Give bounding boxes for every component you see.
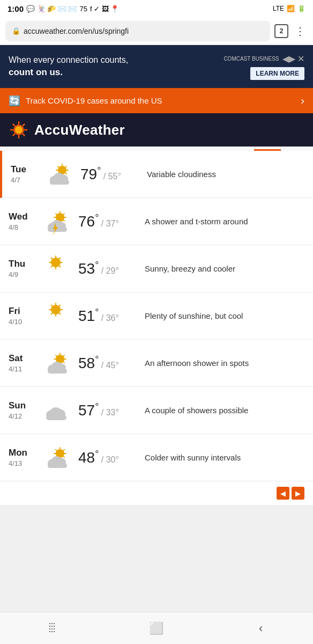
day-column: Tue 4/7 [11,164,43,184]
ad-close-icons[interactable]: ◀▶ ✕ [282,54,304,64]
more-menu-button[interactable]: ⋮ [293,25,308,38]
forecast-row[interactable]: Wed 4/8 76° / 37° A shower and t-storm a… [0,198,313,245]
forecast-row[interactable]: Mon 4/13 48° / 30° Colder with sunny int… [0,434,313,481]
temp-low: / 37° [101,219,119,228]
day-date: 4/7 [11,176,43,184]
covid-text: Track COVID-19 cases around the US [26,96,162,105]
svg-line-62 [63,355,64,357]
lock-icon: 🔒 [12,27,20,35]
svg-line-43 [59,265,61,267]
day-column: Thu 4/9 [9,259,41,279]
weather-description: A couple of showers possible [139,405,304,416]
weather-icon-column [41,255,75,283]
svg-line-53 [59,305,61,306]
temp-low: / 45° [101,361,119,370]
lte-label: LTE [273,5,284,12]
svg-line-54 [51,312,53,314]
weather-forecast-list: Tue 4/7 79° / 55° Variable cloudiness We… [0,151,313,481]
temperature-column: 57° / 33° [75,401,139,419]
temp-high: 51° [78,308,99,324]
svg-rect-71 [46,415,66,420]
weather-icon-column [41,302,75,330]
day-column: Sat 4/11 [9,353,41,373]
temp-low: / 30° [101,455,119,464]
svg-rect-67 [48,369,67,374]
forecast-row[interactable]: Sun 4/12 57° / 33° A couple of showers p… [0,387,313,434]
day-column: Sun 4/12 [9,400,41,420]
svg-point-66 [52,362,62,369]
day-date: 4/8 [9,223,41,231]
svg-line-15 [58,166,59,168]
day-name: Wed [9,211,41,222]
nav-home-button[interactable]: ⬜ [140,617,173,640]
forecast-row[interactable]: Tue 4/7 79° / 55° Variable cloudiness [0,151,313,198]
temp-high: 76° [78,213,99,230]
prev-page-btn[interactable]: ◀ [277,487,289,500]
svg-point-1 [15,126,23,134]
weather-icon-column [41,444,75,472]
weather-description: Variable cloudiness [141,169,304,180]
temp-low: / 55° [103,172,121,181]
svg-line-77 [56,450,57,451]
weather-description: A shower and t-storm around [139,216,304,227]
accuweather-header: AccuWeather [0,113,313,147]
svg-line-7 [23,134,25,136]
day-name: Sat [9,353,41,364]
learn-more-button[interactable]: LEARN MORE [250,67,304,80]
temp-high: 48° [78,449,99,466]
address-bar: 🔒 accuweather.com/en/us/springfi 2 ⋮ [0,17,313,45]
svg-line-28 [56,214,57,215]
url-text: accuweather.com/en/us/springfi [24,27,129,35]
nav-back-button[interactable]: ‹ [245,617,277,640]
temperature-column: 76° / 37° [75,213,139,230]
svg-line-52 [59,312,61,314]
day-name: Tue [11,164,43,175]
ad-line2: count on us. [9,66,128,79]
svg-point-70 [50,407,61,416]
covid-icon: 🔄 [9,95,20,107]
covid-banner[interactable]: 🔄 Track COVID-19 cases around the US › [0,88,313,113]
weather-icon-column [43,160,77,188]
svg-point-21 [54,173,64,180]
day-column: Fri 4/10 [9,306,41,326]
svg-line-6 [13,125,15,126]
temperature-column: 53° / 29° [75,260,139,277]
forecast-row[interactable]: Sat 4/11 58° / 45° An afternoon shower i… [0,340,313,387]
day-date: 4/11 [9,365,41,373]
day-column: Mon 4/13 [9,448,41,467]
temperature-column: 79° / 55° [77,165,141,183]
temp-high: 53° [78,260,99,277]
ad-brand: COMCAST BUSINESS [223,56,279,62]
svg-line-51 [51,305,53,306]
svg-line-8 [23,125,25,126]
svg-line-60 [56,355,57,357]
temp-high: 57° [78,402,99,419]
svg-line-16 [65,172,66,174]
next-page-btn[interactable]: ▶ [292,487,304,500]
day-name: Sun [9,400,41,411]
ad-line1: When every connection counts, [9,55,128,64]
temp-low: / 33° [101,408,119,417]
url-input[interactable]: 🔒 accuweather.com/en/us/springfi [5,21,270,41]
nav-menu-button[interactable]: ⦙⦙⦙ [36,617,68,640]
weather-description: An afternoon shower in spots [139,357,304,369]
weather-description: Colder with sunny intervals [139,452,304,463]
forecast-row[interactable]: Fri 4/10 51° / 36° Plenty of sunshine, b… [0,292,313,340]
weather-icon-column [41,349,75,377]
svg-line-61 [63,361,64,363]
tab-count-badge[interactable]: 2 [274,24,288,38]
ad-banner: When every connection counts, count on u… [0,45,313,88]
day-date: 4/9 [9,270,41,279]
day-date: 4/12 [9,412,41,420]
status-time: 1:00 [8,4,24,13]
temp-low: / 36° [101,313,119,323]
notification-count: 75 [79,5,87,13]
day-name: Fri [9,306,41,317]
accuweather-title: AccuWeather [34,122,125,138]
svg-rect-22 [50,180,69,185]
svg-rect-84 [48,463,67,468]
svg-line-9 [13,134,15,136]
temperature-column: 51° / 36° [75,307,139,325]
ad-text: When every connection counts, count on u… [9,54,128,79]
forecast-row[interactable]: Thu 4/9 53° / 29° Sunny, breezy and cool… [0,245,313,292]
